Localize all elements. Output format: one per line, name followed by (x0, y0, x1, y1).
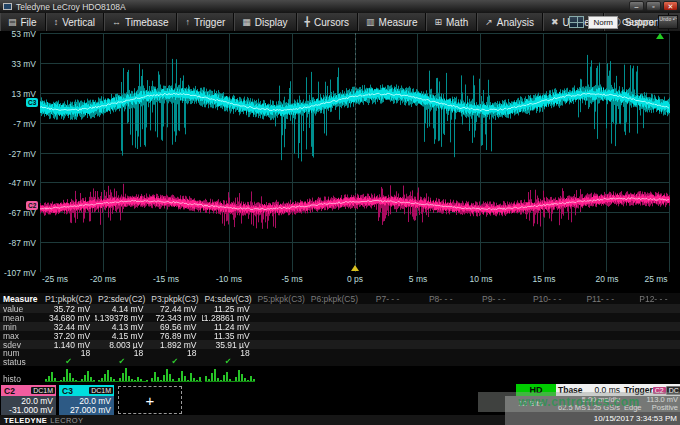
y-tick-label: -7 mV (0, 119, 36, 129)
measure-cell (627, 331, 680, 340)
waveform-display: 53 mV33 mV13 mV-7 mV-27 mV-47 mV-67 mV-8… (0, 31, 680, 291)
measure-cell (361, 331, 414, 340)
window-titlebar: Teledyne LeCroy HDO8108A – ▫ ✕ (0, 0, 680, 13)
menu-item-display[interactable]: ▦Display (234, 13, 296, 31)
measure-cell: 18 (42, 349, 95, 357)
measure-cell (521, 313, 574, 322)
menu-item-measure[interactable]: ▥Measure (358, 13, 426, 31)
measure-cell (521, 340, 574, 349)
status-check (414, 357, 467, 366)
timestamp: 10/15/2017 3:34:53 PM (594, 414, 677, 423)
y-tick-label: -47 mV (0, 178, 36, 188)
status-check (467, 357, 520, 366)
status-check: ✔ (148, 357, 201, 366)
measure-cell: 37.20 mV (42, 331, 95, 340)
norm-dropdown[interactable]: Norm (588, 16, 618, 29)
measure-cell: 35.91 µV (202, 340, 255, 349)
measure-cell (308, 331, 361, 340)
measure-col-header: P1:pkpk(C2) (42, 293, 95, 304)
histo-cell (521, 366, 574, 384)
channel-descriptor-c2[interactable]: C2 DC1M 20.0 mV -31.000 mV (0, 384, 57, 415)
measure-cell (414, 340, 467, 349)
histogram-icon (45, 368, 95, 382)
channel-descriptor-c3[interactable]: C3 DC1M 20.0 mV 27.000 mV (58, 384, 115, 415)
y-tick-label: -87 mV (0, 238, 36, 248)
histo-cell (95, 366, 148, 384)
y-tick-label: -27 mV (0, 149, 36, 159)
measure-cell (361, 322, 414, 331)
histo-cell (308, 366, 361, 384)
measure-cell: 8.003 µV (95, 340, 148, 349)
grid-layout-icon[interactable] (569, 16, 584, 28)
gesture-label[interactable]: Gesture (622, 17, 654, 27)
brand-lecroy: LECROY (50, 416, 83, 425)
trigger-level-marker[interactable] (656, 33, 664, 39)
status-check (361, 357, 414, 366)
measure-cell (467, 322, 520, 331)
histo-cell (414, 366, 467, 384)
trigger-time-marker[interactable] (351, 265, 359, 271)
histo-cell (148, 366, 201, 384)
x-tick-label: 5 ms (409, 274, 427, 284)
measure-cell (414, 313, 467, 322)
site-watermark: www.cntronics.com (478, 392, 680, 412)
measure-cell: 4.15 mV (95, 331, 148, 340)
undo-button[interactable]: Undo ↶ (658, 15, 678, 29)
x-tick-label: -15 ms (153, 274, 179, 284)
menu-item-cursors[interactable]: ╋Cursors (297, 13, 358, 31)
measure-cell (414, 349, 467, 357)
c2-offset-marker[interactable]: C2 (26, 201, 38, 210)
c3-coupling: DC1M (89, 387, 113, 394)
oscilloscope-app: Teledyne LeCroy HDO8108A – ▫ ✕ ▤File↕Ver… (0, 0, 680, 425)
histo-cell (255, 366, 308, 384)
menu-item-math[interactable]: ⊞Math (426, 13, 477, 31)
measure-cell (255, 349, 308, 357)
file-icon: ▤ (8, 17, 17, 27)
maximize-button[interactable]: ▫ (646, 1, 661, 11)
add-trace-button[interactable]: + (118, 386, 182, 414)
waveform-canvas[interactable] (40, 33, 670, 272)
measure-cell: 35.72 mV (42, 304, 95, 313)
measure-col-header: P3:pkpk(C3) (148, 293, 201, 304)
status-check (255, 357, 308, 366)
measure-cell (467, 349, 520, 357)
status-check: ✔ (95, 357, 148, 366)
menu-item-timebase[interactable]: ↔Timebase (104, 13, 178, 31)
menu-item-label: Math (446, 17, 468, 28)
measure-cell (521, 331, 574, 340)
measure-cell: 1.140 mV (42, 340, 95, 349)
close-button[interactable]: ✕ (663, 1, 678, 11)
measure-cell (308, 340, 361, 349)
measure-cell (574, 304, 627, 313)
measure-col-header: P7- - - (361, 293, 414, 304)
measure-cell: 18 (95, 349, 148, 357)
brand-bar: TELEDYNE LECROY (0, 415, 505, 425)
display-icon: ▦ (242, 17, 251, 27)
menu-bar: ▤File↕Vertical↔Timebase↑Trigger▦Display╋… (0, 13, 680, 31)
menu-item-label: Analysis (497, 17, 534, 28)
measure-cell (361, 340, 414, 349)
c3-offset-marker[interactable]: C3 (26, 98, 38, 107)
measure-col-header: P8- - - (414, 293, 467, 304)
measure-cell (521, 349, 574, 357)
measure-cell (627, 304, 680, 313)
menu-item-label: File (21, 17, 37, 28)
measure-cell: 1.892 mV (148, 340, 201, 349)
measure-cell: 18 (148, 349, 201, 357)
measure-cell (574, 313, 627, 322)
minimize-button[interactable]: – (629, 1, 644, 11)
menu-item-analysis[interactable]: ↗Analysis (477, 13, 543, 31)
measure-cell (414, 322, 467, 331)
measure-row-label: status (0, 357, 42, 366)
measure-cell: 4.14 mV (95, 304, 148, 313)
menu-item-vertical[interactable]: ↕Vertical (46, 13, 104, 31)
measure-cell (521, 304, 574, 313)
measure-cell: 34.680 mV (42, 313, 95, 322)
measure-col-header: P4:sdev(C3) (202, 293, 255, 304)
measure-cell (255, 322, 308, 331)
menu-item-trigger[interactable]: ↑Trigger (177, 13, 234, 31)
measure-cell: 11.25 mV (202, 304, 255, 313)
app-icon (3, 3, 12, 10)
menu-item-label: Vertical (62, 17, 95, 28)
measure-col-header: P2:sdev(C2) (95, 293, 148, 304)
